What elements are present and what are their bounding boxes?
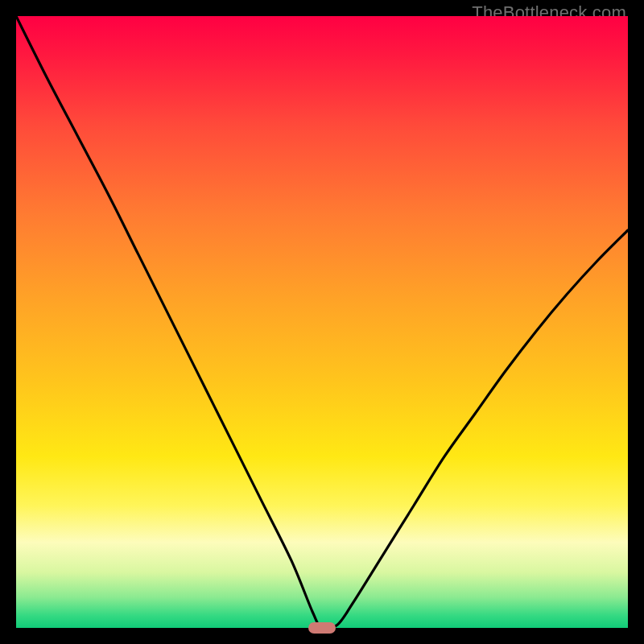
chart-frame: TheBottleneck.com — [0, 0, 644, 644]
minimum-marker — [308, 622, 336, 634]
plot-area — [16, 16, 628, 628]
bottleneck-curve — [16, 16, 628, 628]
